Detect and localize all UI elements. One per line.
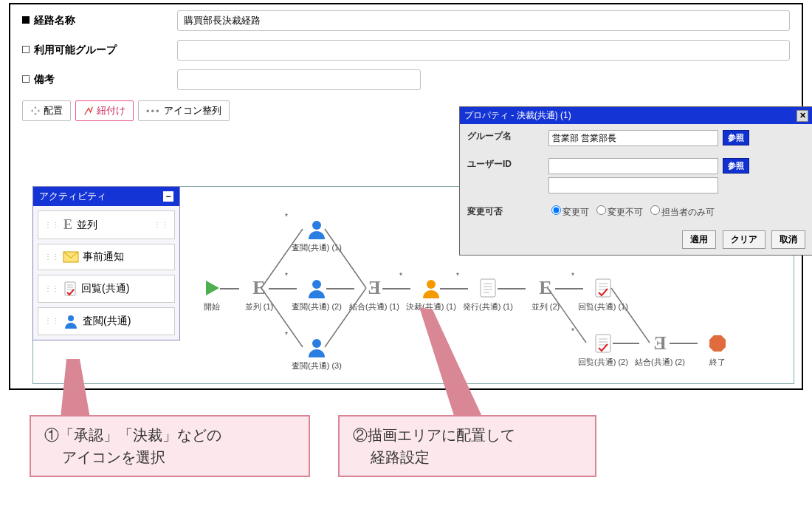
note-input[interactable]: [177, 69, 421, 90]
edge: [325, 226, 369, 292]
app-window: 経路名称 利用可能グループ 備考 配置 紐付け ••• アイコン整列 アクティビ…: [9, 3, 803, 390]
node-end[interactable]: 終了: [692, 333, 743, 368]
dots-icon: •••: [146, 106, 161, 117]
required-star-icon: *: [399, 272, 402, 280]
node-label: 査閲(共通) (3): [291, 360, 343, 371]
callout-1-line2: アイコンを選択: [44, 449, 165, 465]
properties-header: プロパティ - 決裁(共通) (1) ✕: [460, 107, 812, 124]
link-button[interactable]: 紐付け: [75, 100, 134, 121]
route-name-label: 経路名称: [22, 14, 177, 27]
arrange-button[interactable]: 配置: [22, 100, 71, 121]
prop-user-input-1[interactable]: [548, 158, 718, 174]
palette-collapse-button[interactable]: −: [163, 191, 173, 202]
svg-point-7: [427, 280, 436, 289]
link-icon: [83, 106, 94, 116]
svg-point-5: [312, 280, 321, 289]
browse-button[interactable]: 参照: [723, 158, 749, 174]
required-star-icon: *: [456, 272, 459, 280]
person-blue-icon: [63, 314, 78, 329]
svg-marker-12: [61, 359, 90, 418]
doc-check-icon: [593, 278, 613, 298]
palette-title: アクティビティ: [39, 190, 106, 203]
callout-2-line1: ②描画エリアに配置して: [353, 427, 515, 443]
group-input[interactable]: [177, 40, 790, 61]
node-label: 回覧(共通) (2): [577, 357, 629, 368]
arrange-icon: [30, 106, 41, 116]
close-button[interactable]: ✕: [796, 110, 808, 122]
edge: [670, 343, 698, 344]
node-label: 開始: [186, 301, 238, 312]
edge: [498, 288, 526, 289]
palette-item-parallel[interactable]: ⋮⋮ E 並列 ⋮⋮: [38, 210, 175, 239]
node-label: 結合(共通) (2): [634, 357, 686, 368]
apply-button[interactable]: 適用: [682, 230, 716, 249]
note-label: 備考: [22, 73, 177, 86]
callout-2-connector: [413, 307, 487, 418]
edge: [261, 226, 306, 292]
group-label: 利用可能グループ: [22, 44, 177, 57]
drag-handle-icon: ⋮⋮: [44, 222, 59, 228]
field-note-row: 備考: [10, 64, 802, 93]
svg-point-6: [312, 339, 321, 348]
svg-point-3: [68, 315, 74, 321]
required-star-icon: *: [571, 272, 574, 280]
edge: [261, 288, 306, 352]
play-icon: [202, 278, 222, 298]
drag-handle-icon: ⋮⋮: [44, 286, 59, 292]
drag-handle-icon: ⋮⋮: [44, 318, 59, 324]
prop-change-row: 変更可否 変更可 変更不可 担当者のみ可: [460, 199, 812, 225]
edge: [220, 288, 239, 289]
doc-check-icon: [593, 333, 613, 354]
palette-item-inspect[interactable]: ⋮⋮ 査閲(共通): [38, 307, 175, 335]
radio-owner-only[interactable]: 担当者のみ可: [647, 205, 715, 219]
change-radio-group: 変更可 変更不可 担当者のみ可: [548, 205, 715, 219]
palette-title-bar: アクティビティ −: [33, 187, 179, 206]
doc-icon: [478, 278, 498, 298]
person-blue-icon: [306, 219, 327, 239]
prop-group-row: グループ名 参照: [460, 124, 812, 152]
edge: [611, 288, 653, 346]
palette-item-circulate[interactable]: ⋮⋮ 回覧(共通): [38, 275, 175, 303]
activity-palette: アクティビティ − ⋮⋮ E 並列 ⋮⋮ ⋮⋮ 事前通知 ⋮⋮ 回覧(共通) ⋮…: [32, 186, 180, 340]
prop-user-row: ユーザーID 参照: [460, 152, 812, 199]
palette-item-notify[interactable]: ⋮⋮ 事前通知: [38, 244, 175, 270]
field-group-row: 利用可能グループ: [10, 34, 802, 64]
properties-title: プロパティ - 決裁(共通) (1): [464, 109, 571, 122]
radio-changeable[interactable]: 変更可: [548, 205, 589, 219]
node-start[interactable]: 開始: [186, 278, 238, 312]
drag-handle-icon: ⋮⋮: [44, 254, 59, 260]
properties-buttons: 適用 クリア 取消: [460, 225, 812, 255]
radio-not-changeable[interactable]: 変更不可: [593, 205, 643, 219]
callout-1: ①「承認」「決裁」などの アイコンを選択: [30, 415, 310, 477]
drag-handle-icon: ⋮⋮: [154, 222, 168, 228]
callout-2: ②描画エリアに配置して 経路設定: [338, 415, 596, 477]
edge: [325, 288, 369, 352]
align-button[interactable]: ••• アイコン整列: [138, 100, 230, 121]
cancel-button[interactable]: 取消: [771, 230, 805, 249]
prop-group-input[interactable]: [548, 130, 718, 146]
prop-user-label: ユーザーID: [467, 158, 548, 171]
edge: [613, 343, 639, 344]
svg-marker-11: [709, 335, 726, 352]
edge: [440, 288, 468, 289]
prop-user-input-2[interactable]: [548, 177, 718, 193]
edge: [382, 288, 410, 289]
required-star-icon: *: [285, 213, 288, 221]
parallel-icon: E: [63, 217, 72, 233]
properties-panel: プロパティ - 決裁(共通) (1) ✕ グループ名 参照 ユーザーID 参照 …: [459, 106, 812, 256]
stop-icon: [707, 333, 728, 354]
route-name-input[interactable]: [177, 10, 790, 31]
svg-rect-8: [481, 279, 495, 297]
callout-2-line2: 経路設定: [353, 449, 430, 465]
svg-marker-13: [419, 307, 483, 418]
clear-button[interactable]: クリア: [723, 230, 765, 249]
callout-1-connector: [61, 359, 90, 421]
edge: [548, 288, 589, 346]
svg-point-4: [312, 221, 321, 230]
prop-group-label: グループ名: [467, 130, 548, 143]
browse-button[interactable]: 参照: [723, 130, 749, 145]
doc-check-icon: [63, 281, 77, 296]
prop-change-label: 変更可否: [467, 205, 548, 218]
person-blue-icon: [306, 337, 327, 357]
node-label: 終了: [692, 357, 743, 368]
